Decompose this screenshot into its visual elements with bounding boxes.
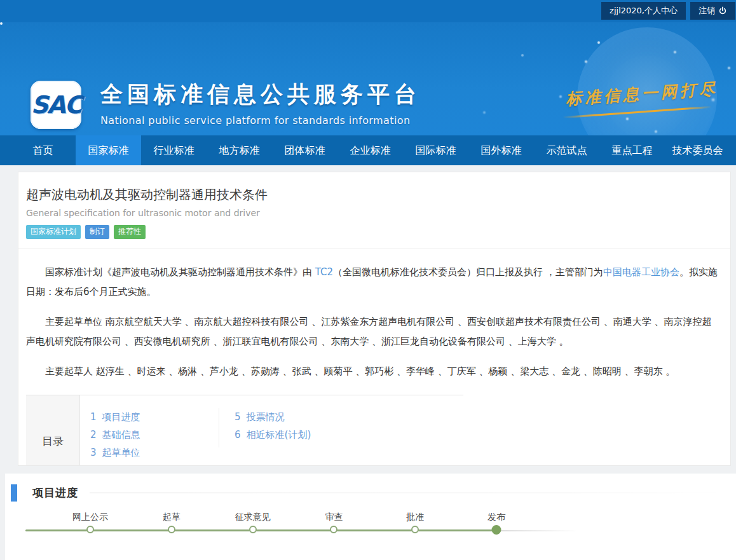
milestone-label-发布: 发布: [487, 512, 505, 523]
platform-subtitle: National public service platform for sta…: [100, 114, 421, 126]
logout-label: 注销: [699, 5, 715, 17]
standard-title: 超声波电动机及其驱动控制器通用技术条件: [26, 186, 718, 203]
toc-item-number: 4: [90, 465, 97, 466]
toc-item-label: 投票情况: [247, 411, 285, 423]
toc-column-1: 1项目进度2基础信息3起草单位4起草人: [90, 408, 219, 466]
toc-item-3[interactable]: 3起草单位: [90, 444, 219, 461]
toc-item-number: 2: [90, 429, 97, 440]
tag-badge: 国家标准计划: [26, 225, 81, 239]
header-banner: SAC 全国标准信息公共服务平台 National public service…: [0, 22, 736, 135]
toc-item-4[interactable]: 4起草人: [90, 461, 219, 466]
project-progress-section: 项目进度 网上公示起草征求意见审查批准发布: [5, 474, 736, 560]
toc-item-number: 5: [235, 411, 241, 423]
platform-title: 全国标准信息公共服务平台: [100, 79, 421, 109]
toc-columns: 1项目进度2基础信息3起草单位4起草人 5投票情况6相近标准(计划): [80, 395, 311, 466]
milestone-label-审查: 审查: [325, 512, 343, 523]
progress-timeline: 网上公示起草征求意见审查批准发布: [5, 504, 736, 560]
milestone-node: [249, 526, 257, 533]
timeline-track-extension: [496, 530, 578, 531]
drafters-paragraph: 主要起草人 赵淳生 、时运来 、杨淋 、芦小龙 、苏勋涛 、张武 、顾菊平 、郭…: [26, 362, 719, 381]
toc-column-2: 5投票情况6相近标准(计划): [219, 408, 311, 447]
nav-item-地方标准[interactable]: 地方标准: [207, 135, 272, 165]
toc-item-5[interactable]: 5投票情况: [235, 408, 311, 426]
toc-item-label: 起草人: [102, 465, 131, 466]
toc-box: 目录 1项目进度2基础信息3起草单位4起草人 5投票情况6相近标准(计划): [26, 395, 463, 466]
toc-item-1[interactable]: 1项目进度: [90, 408, 219, 426]
brand-block: 全国标准信息公共服务平台 National public service pla…: [100, 79, 421, 126]
tag-row: 国家标准计划制订推荐性: [26, 225, 718, 239]
milestone-node: [330, 526, 337, 533]
nav-item-重点工程[interactable]: 重点工程: [599, 135, 665, 165]
toc-item-number: 3: [90, 447, 97, 458]
inline-link[interactable]: TC2: [315, 266, 333, 278]
nav-item-行业标准[interactable]: 行业标准: [141, 135, 207, 165]
nav-item-示范试点[interactable]: 示范试点: [534, 135, 599, 165]
drafting-units-paragraph: 主要起草单位 南京航空航天大学 、南京航大超控科技有限公司 、江苏紫金东方超声电…: [26, 312, 719, 352]
milestone-node-filled: [492, 525, 501, 535]
nav-item-技术委员会[interactable]: 技术委员会: [665, 135, 730, 165]
toc-item-2[interactable]: 2基础信息: [90, 426, 219, 444]
toc-item-number: 6: [235, 429, 241, 440]
milestone-node: [168, 526, 175, 533]
inline-link[interactable]: 中国电器工业协会: [603, 266, 679, 278]
nav-item-国际标准[interactable]: 国际标准: [403, 135, 468, 165]
standard-detail-card: 超声波电动机及其驱动控制器通用技术条件 General specificatio…: [18, 172, 731, 466]
milestone-label-征求意见: 征求意见: [235, 512, 271, 523]
logout-button[interactable]: 注销: [690, 2, 735, 20]
standard-title-en: General specification for ultrasonic mot…: [26, 208, 718, 218]
toc-item-label: 相近标准(计划): [247, 429, 311, 440]
tag-badge: 推荐性: [114, 225, 146, 239]
divider: [18, 249, 730, 249]
milestone-node: [86, 526, 94, 533]
power-icon: [718, 6, 727, 15]
timeline-track: [25, 529, 496, 531]
nav-item-国外标准[interactable]: 国外标准: [468, 135, 534, 165]
description-block: 国家标准计划《超声波电动机及其驱动控制器通用技术条件》由 TC2（全国微电机标准…: [26, 263, 718, 381]
toc-item-number: 1: [90, 411, 97, 423]
nav-item-首页[interactable]: 首页: [10, 135, 76, 165]
user-center-button[interactable]: zjjl2020,个人中心: [601, 2, 686, 20]
main-nav: 首页国家标准行业标准地方标准团体标准企业标准国际标准国外标准示范试点重点工程技术…: [0, 135, 736, 165]
sac-logo-text: SAC: [31, 91, 81, 119]
sac-logo[interactable]: SAC: [31, 81, 81, 129]
section-header-line: [90, 493, 728, 493]
toc-item-label: 基础信息: [102, 429, 140, 440]
milestone-node: [411, 526, 419, 533]
toc-item-6[interactable]: 6相近标准(计划): [235, 426, 311, 444]
intro-text: 国家标准计划《超声波电动机及其驱动控制器通用技术条件》由: [45, 266, 315, 278]
toc-label: 目录: [26, 395, 80, 466]
topbar: zjjl2020,个人中心 注销: [0, 0, 736, 22]
toc-item-label: 项目进度: [102, 411, 140, 423]
milestone-label-网上公示: 网上公示: [72, 512, 108, 523]
nav-item-团体标准[interactable]: 团体标准: [272, 135, 337, 165]
nav-item-国家标准[interactable]: 国家标准: [76, 135, 141, 165]
tag-badge: 制订: [85, 225, 109, 239]
intro-paragraph: 国家标准计划《超声波电动机及其驱动控制器通用技术条件》由 TC2（全国微电机标准…: [26, 263, 719, 302]
milestone-label-批准: 批准: [406, 512, 424, 523]
intro-text: （全国微电机标准化技术委员会）归口上报及执行 ，主管部门为: [333, 266, 603, 278]
section-header: 项目进度: [5, 484, 736, 502]
milestone-label-起草: 起草: [163, 512, 181, 523]
nav-item-企业标准[interactable]: 企业标准: [337, 135, 403, 165]
toc-item-label: 起草单位: [102, 447, 140, 458]
sparkle-dots: [0, 22, 3, 25]
section-title: 项目进度: [32, 486, 78, 500]
section-accent-bar: [11, 484, 17, 502]
